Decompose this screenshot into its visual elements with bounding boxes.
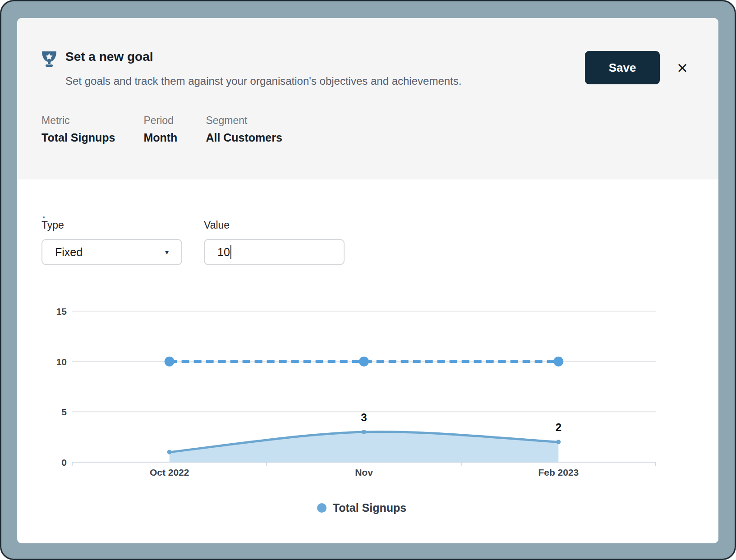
text-cursor xyxy=(230,245,231,259)
meta-period: Period Month xyxy=(143,115,177,144)
legend-label: Total Signups xyxy=(333,501,406,514)
svg-text:0: 0 xyxy=(61,457,67,468)
legend-dot-icon xyxy=(317,503,327,513)
meta-metric: Metric Total Signups xyxy=(41,115,115,144)
modal-header: Set a new goal Set goals and track them … xyxy=(17,18,718,179)
segment-value: All Customers xyxy=(206,131,282,144)
close-icon[interactable]: ✕ xyxy=(672,58,693,79)
svg-text:10: 10 xyxy=(56,357,67,367)
goal-meta-row: Metric Total Signups Period Month Segmen… xyxy=(41,115,282,144)
metric-value: Total Signups xyxy=(41,131,115,144)
set-goal-modal: Set a new goal Set goals and track them … xyxy=(17,18,718,543)
period-value: Month xyxy=(143,131,177,144)
chevron-down-icon: ▾ xyxy=(165,248,169,257)
modal-title: Set a new goal xyxy=(65,50,153,64)
svg-text:2: 2 xyxy=(556,421,561,433)
stray-period-text: . xyxy=(42,212,46,216)
value-label: Value xyxy=(204,219,230,231)
goal-chart: 05101532Oct 2022NovFeb 2023 xyxy=(41,289,682,478)
svg-text:Nov: Nov xyxy=(355,467,373,477)
svg-text:Feb 2023: Feb 2023 xyxy=(538,467,579,477)
value-input[interactable]: 10 xyxy=(204,239,345,265)
modal-subtitle: Set goals and track them against your or… xyxy=(65,75,461,87)
trophy-icon xyxy=(40,49,59,68)
svg-text:Oct 2022: Oct 2022 xyxy=(150,467,189,477)
svg-text:15: 15 xyxy=(56,306,67,317)
type-select-value: Fixed xyxy=(55,246,83,259)
metric-label: Metric xyxy=(41,115,115,127)
svg-text:3: 3 xyxy=(361,411,367,423)
svg-text:5: 5 xyxy=(61,407,67,417)
type-label: Type xyxy=(41,219,64,231)
period-label: Period xyxy=(143,115,177,127)
segment-label: Segment xyxy=(206,115,282,127)
value-input-text: 10 xyxy=(217,246,230,259)
meta-segment: Segment All Customers xyxy=(206,115,282,144)
save-button[interactable]: Save xyxy=(585,51,660,84)
desktop-background: Set a new goal Set goals and track them … xyxy=(0,0,736,560)
type-select[interactable]: Fixed ▾ xyxy=(41,239,182,265)
chart-legend[interactable]: Total Signups xyxy=(41,501,682,514)
